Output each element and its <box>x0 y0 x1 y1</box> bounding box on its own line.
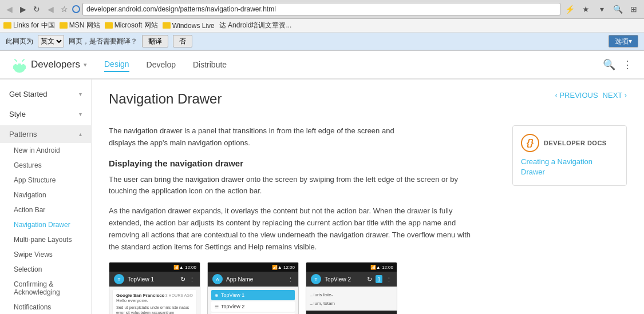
sidebar-item-notifications[interactable]: Notifications <box>0 300 91 314</box>
refresh-icon-1: ↻ <box>180 276 185 283</box>
security-icon <box>72 5 80 13</box>
bookmark-windows-live[interactable]: Windows Live <box>163 22 215 30</box>
intro-text: The navigation drawer is a panel that tr… <box>109 125 406 149</box>
sidebar-item-multi-pane[interactable]: Multi-pane Layouts <box>0 232 91 247</box>
more-icon-1: ⋮ <box>189 276 195 283</box>
list-item-selected: ⊕ TopView 1 <box>211 290 295 300</box>
screenshot-content-3: ...iuris liste- ...ium, totam <box>306 287 397 311</box>
dropdown-icon[interactable]: ▾ <box>595 2 609 16</box>
status-bar-1: 📶▲ 12:00 <box>109 263 200 272</box>
sidebar-item-confirming[interactable]: Confirming & Acknowledging <box>0 277 91 300</box>
screenshot-3: 📶▲ 12:00 T TopView 2 ↻ 1 ⋮ ...iuris list… <box>306 262 397 314</box>
site-header: Developers ▾ Design Develop Distribute 🔍… <box>0 51 644 79</box>
site-logo-text: Developers <box>31 59 80 70</box>
sidebar-item-navigation[interactable]: Navigation <box>0 188 91 202</box>
sidebar-item-action-bar[interactable]: Action Bar <box>0 202 91 217</box>
next-link[interactable]: NEXT › <box>603 91 627 100</box>
translate-yes-button[interactable]: 翻译 <box>142 35 168 47</box>
avatar-2: A <box>212 274 223 284</box>
svg-rect-7 <box>24 65 26 69</box>
status-bar-2: 📶▲ 12:00 <box>208 263 298 272</box>
translate-options-button[interactable]: 选项▾ <box>609 35 638 47</box>
sidebar-section-get-started: Get Started ▾ <box>0 85 91 103</box>
sidebar-item-style[interactable]: Style ▾ <box>0 105 91 123</box>
app-bar-3: T TopView 2 ↻ 1 ⋮ <box>306 272 397 287</box>
search-icon[interactable]: 🔍 <box>611 2 625 16</box>
avatar-3: T <box>311 274 321 284</box>
screenshot-1: 📶▲ 12:00 T TopView 1 ↻ ⋮ Google San <box>109 262 200 314</box>
card-time-1: 3 HOURS AGO <box>165 293 193 297</box>
badge-3: 1 <box>376 275 382 283</box>
prev-link[interactable]: ‹ PREVIOUS <box>555 91 598 100</box>
site-logo: Developers ▾ <box>11 57 87 73</box>
sidebar-section-patterns: Patterns ▴ New in Android Gestures App S… <box>0 125 91 314</box>
header-actions: 🔍 ⋮ <box>603 58 633 71</box>
translate-lang-select[interactable]: 英文 <box>38 35 64 47</box>
browser-chrome: ◀ ▶ ↻ ◀ ☆ ⚡ ★ ▾ 🔍 ⊞ Links for 中国 MSN 网站 … <box>0 0 644 51</box>
sidebar-item-app-structure[interactable]: App Structure <box>0 173 91 188</box>
bookmark-links-china[interactable]: Links for 中国 <box>3 21 55 30</box>
dev-docs-box: {} DEVELOPER DOCS Creating a Navigation … <box>512 125 627 186</box>
sidebar-item-patterns[interactable]: Patterns ▴ <box>0 125 91 143</box>
nav-design[interactable]: Design <box>104 57 129 72</box>
address-bar[interactable] <box>82 3 560 15</box>
lightning-icon[interactable]: ⚡ <box>563 2 576 16</box>
svg-line-5 <box>22 59 24 61</box>
sidebar-item-swipe-views[interactable]: Swipe Views <box>0 247 91 262</box>
refresh-icon-3: ↻ <box>367 276 372 283</box>
avatar-1: T <box>114 274 124 284</box>
sidebar-item-gestures[interactable]: Gestures <box>0 158 91 173</box>
translate-middle: 网页，是否需要翻译？ <box>69 37 137 46</box>
star-icon[interactable]: ★ <box>579 2 592 16</box>
dev-docs-label: DEVELOPER DOCS <box>544 140 607 146</box>
nav-distribute[interactable]: Distribute <box>193 58 227 71</box>
logo-dropdown-icon: ▾ <box>84 61 87 69</box>
card-1: Google San Francisco 3 HOURS AGO Hello e… <box>113 290 196 314</box>
screenshot-content-1: Google San Francisco 3 HOURS AGO Hello e… <box>109 287 200 314</box>
more-icon-2: ⋮ <box>287 276 294 283</box>
sidebar-item-selection[interactable]: Selection <box>0 262 91 277</box>
back-button-2[interactable]: ◀ <box>45 3 56 15</box>
sidebar-section-style: Style ▾ <box>0 105 91 123</box>
forward-button[interactable]: ▶ <box>17 3 29 15</box>
bookmark-microsoft[interactable]: Microsoft 网站 <box>105 21 158 30</box>
screenshots-row: 📶▲ 12:00 T TopView 1 ↻ ⋮ Google San <box>109 262 627 314</box>
style-expand-icon: ▾ <box>79 111 82 117</box>
android-logo-icon <box>11 57 27 73</box>
screenshot-content-2: ⊕ TopView 1 ☰ TopView 2 ◎ TopView 3 ◎ <box>208 287 298 314</box>
dev-docs-link[interactable]: Creating a Navigation Drawer <box>521 157 592 176</box>
svg-line-4 <box>15 59 17 61</box>
card-body-1: Sed ut perspiciatis unde omnis iste natu… <box>116 305 193 314</box>
card-title-1: Google San Francisco <box>116 293 164 298</box>
app-bar-title-2: App Name <box>226 276 284 283</box>
section1-text: The user can bring the navigation drawer… <box>109 174 481 198</box>
more-options-icon[interactable]: ⋮ <box>622 58 633 71</box>
screenshot-2: 📶▲ 12:00 A App Name ⋮ ⊕ TopView 1 <box>207 262 299 314</box>
bookmark-android[interactable]: 达 Android培训文章资... <box>219 21 292 30</box>
app-bar-title-3: TopView 2 <box>325 276 364 283</box>
status-bar-3: 📶▲ 12:00 <box>306 263 397 272</box>
folder-icon <box>163 22 171 29</box>
translate-no-button[interactable]: 否 <box>173 35 192 47</box>
back-button[interactable]: ◀ <box>3 3 15 15</box>
app-bar-title-1: TopView 1 <box>128 276 177 283</box>
bookmark-msn[interactable]: MSN 网站 <box>60 21 100 30</box>
sidebar-item-navigation-drawer[interactable]: Navigation Drawer <box>0 217 91 232</box>
refresh-button[interactable]: ↻ <box>31 3 42 15</box>
page-container: Developers ▾ Design Develop Distribute 🔍… <box>0 51 644 314</box>
breadcrumb: ‹ PREVIOUS NEXT › <box>555 91 627 100</box>
search-icon[interactable]: 🔍 <box>603 58 615 71</box>
site-navigation: Design Develop Distribute <box>104 57 227 72</box>
nav-develop[interactable]: Develop <box>147 58 176 71</box>
app-bar-2: A App Name ⋮ <box>208 272 298 287</box>
sidebar-item-new-in-android[interactable]: New in Android <box>0 143 91 158</box>
content-area: Navigation Drawer ‹ PREVIOUS NEXT › {} D… <box>92 80 644 314</box>
translate-bar: 此网页为 英文 网页，是否需要翻译？ 翻译 否 选项▾ <box>0 33 644 50</box>
apps-icon[interactable]: ⊞ <box>627 2 641 16</box>
dev-docs-icon: {} <box>521 134 539 152</box>
svg-rect-1 <box>14 64 25 70</box>
bookmark-star[interactable]: ☆ <box>58 3 70 15</box>
main-layout: Get Started ▾ Style ▾ Patterns ▴ New in … <box>0 80 644 314</box>
sidebar-item-get-started[interactable]: Get Started ▾ <box>0 85 91 103</box>
svg-point-2 <box>17 63 18 65</box>
